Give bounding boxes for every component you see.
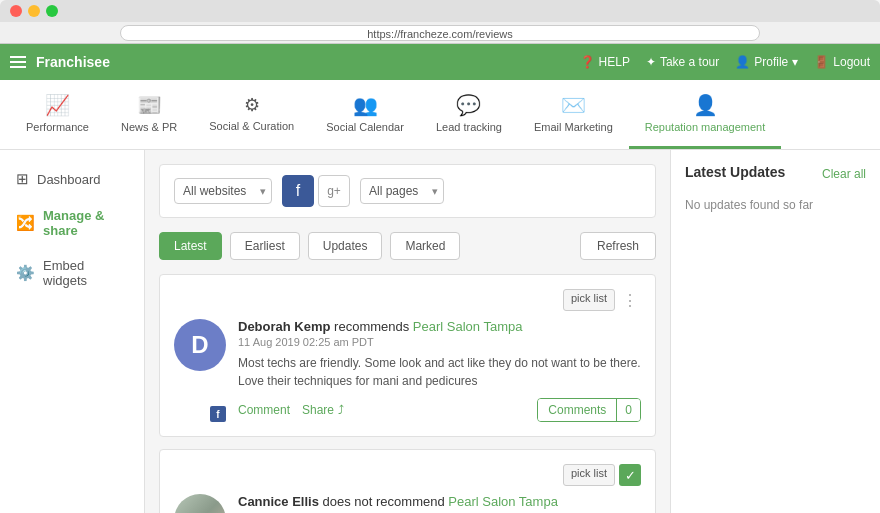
sidebar-item-dashboard[interactable]: ⊞ Dashboard (0, 160, 144, 198)
content-area: All websites f g+ All pages Latest Earli… (145, 150, 670, 513)
check-icon[interactable]: ✓ (619, 464, 641, 486)
facebook-badge: f (210, 406, 226, 422)
menu-icon[interactable] (10, 56, 26, 68)
review-card-header: pick list ⋮ (174, 289, 641, 311)
embed-widgets-icon: ⚙️ (16, 264, 35, 282)
avatar: D (174, 319, 226, 371)
right-panel-title: Latest Updates (685, 164, 785, 180)
clear-all-link[interactable]: Clear all (822, 167, 866, 181)
reviewer-name: Cannice Ellis does not recommend Pearl S… (238, 494, 641, 509)
help-icon: ❓ (580, 55, 595, 69)
social-calendar-icon: 👥 (353, 93, 378, 117)
review-tabs: Latest Earliest Updates Marked Refresh (159, 232, 656, 260)
tab-performance[interactable]: 📈 Performance (10, 80, 105, 149)
tab-social-calendar[interactable]: 👥 Social Calendar (310, 80, 420, 149)
tab-marked[interactable]: Marked (390, 232, 460, 260)
review-card: pick list ✓ f Cannice Ellis does not rec… (159, 449, 656, 513)
sidebar: ⊞ Dashboard 🔀 Manage & share ⚙️ Embed wi… (0, 150, 145, 513)
tab-email-marketing[interactable]: ✉️ Email Marketing (518, 80, 629, 149)
review-body: D f Deborah Kemp recommends Pearl Salon … (174, 319, 641, 422)
sidebar-item-embed-widgets[interactable]: ⚙️ Embed widgets (0, 248, 144, 298)
refresh-button[interactable]: Refresh (580, 232, 656, 260)
tab-earliest[interactable]: Earliest (230, 232, 300, 260)
avatar (174, 494, 226, 513)
review-text-area: Cannice Ellis does not recommend Pearl S… (238, 494, 641, 513)
pages-filter-wrapper: All pages (360, 178, 444, 204)
window-chrome (0, 0, 880, 22)
websites-filter[interactable]: All websites (174, 178, 272, 204)
tab-updates[interactable]: Updates (308, 232, 383, 260)
logout-icon: 🚪 (814, 55, 829, 69)
filter-bar: All websites f g+ All pages (159, 164, 656, 218)
lead-tracking-icon: 💬 (456, 93, 481, 117)
performance-icon: 📈 (45, 93, 70, 117)
pick-list-badge[interactable]: pick list (563, 464, 615, 486)
email-marketing-icon: ✉️ (561, 93, 586, 117)
business-link[interactable]: Pearl Salon Tampa (413, 319, 523, 334)
social-curation-icon: ⚙ (244, 94, 260, 116)
tab-reputation-management[interactable]: 👤 Reputation management (629, 80, 781, 149)
comment-link[interactable]: Comment (238, 403, 290, 417)
logout-link[interactable]: 🚪 Logout (814, 55, 870, 69)
maximize-btn[interactable] (46, 5, 58, 17)
comments-button[interactable]: Comments 0 (537, 398, 641, 422)
tour-link[interactable]: ✦ Take a tour (646, 55, 719, 69)
pages-filter[interactable]: All pages (360, 178, 444, 204)
chevron-down-icon: ▾ (792, 55, 798, 69)
review-content: Most techs are friendly. Some look and a… (238, 354, 641, 390)
minimize-btn[interactable] (28, 5, 40, 17)
right-panel: Latest Updates Clear all No updates foun… (670, 150, 880, 513)
sidebar-item-manage-share[interactable]: 🔀 Manage & share (0, 198, 144, 248)
brand-name: Franchisee (36, 54, 110, 70)
pick-list-badge[interactable]: pick list (563, 289, 615, 311)
tab-latest[interactable]: Latest (159, 232, 222, 260)
tab-lead-tracking[interactable]: 💬 Lead tracking (420, 80, 518, 149)
top-bar-right: ❓ HELP ✦ Take a tour 👤 Profile ▾ 🚪 Logou… (580, 55, 870, 69)
share-icon: ⤴ (338, 403, 344, 417)
close-btn[interactable] (10, 5, 22, 17)
social-icons: f g+ (282, 175, 350, 207)
url-input[interactable]: https://francheze.com/reviews (120, 25, 760, 41)
share-link[interactable]: Share ⤴ (302, 403, 344, 417)
facebook-filter-btn[interactable]: f (282, 175, 314, 207)
no-updates-text: No updates found so far (685, 198, 866, 212)
review-date: 11 Aug 2019 02:25 am PDT (238, 336, 641, 348)
websites-filter-wrapper: All websites (174, 178, 272, 204)
dashboard-icon: ⊞ (16, 170, 29, 188)
url-bar: https://francheze.com/reviews (0, 22, 880, 44)
review-body: f Cannice Ellis does not recommend Pearl… (174, 494, 641, 513)
help-link[interactable]: ❓ HELP (580, 55, 630, 69)
nav-tabs: 📈 Performance 📰 News & PR ⚙ Social & Cur… (0, 80, 880, 150)
top-bar-left: Franchisee (10, 54, 110, 70)
review-text-area: Deborah Kemp recommends Pearl Salon Tamp… (238, 319, 641, 422)
review-actions: Comment Share ⤴ Comments 0 (238, 398, 641, 422)
business-link[interactable]: Pearl Salon Tampa (448, 494, 558, 509)
tab-social-curation[interactable]: ⚙ Social & Curation (193, 80, 310, 149)
google-filter-btn[interactable]: g+ (318, 175, 350, 207)
manage-share-icon: 🔀 (16, 214, 35, 232)
review-card-header: pick list ✓ (174, 464, 641, 486)
tab-news-pr[interactable]: 📰 News & PR (105, 80, 193, 149)
top-bar: Franchisee ❓ HELP ✦ Take a tour 👤 Profil… (0, 44, 880, 80)
main-layout: ⊞ Dashboard 🔀 Manage & share ⚙️ Embed wi… (0, 150, 880, 513)
right-panel-header: Latest Updates Clear all (685, 164, 866, 184)
news-pr-icon: 📰 (137, 93, 162, 117)
tour-icon: ✦ (646, 55, 656, 69)
review-card: pick list ⋮ D f Deborah Kemp recommends … (159, 274, 656, 437)
reputation-icon: 👤 (693, 93, 718, 117)
profile-icon: 👤 (735, 55, 750, 69)
profile-link[interactable]: 👤 Profile ▾ (735, 55, 798, 69)
more-options-icon[interactable]: ⋮ (619, 289, 641, 311)
reviewer-name: Deborah Kemp recommends Pearl Salon Tamp… (238, 319, 641, 334)
